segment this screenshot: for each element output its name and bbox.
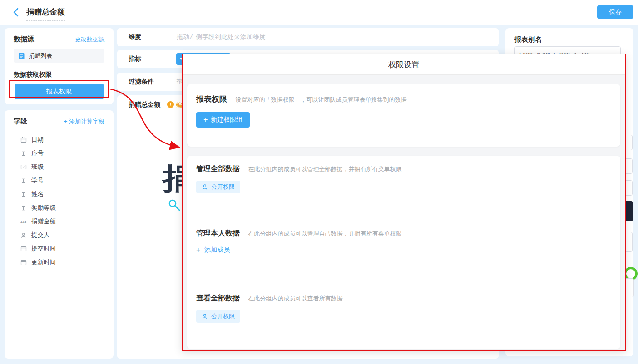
magnifier-icon[interactable] xyxy=(168,199,181,213)
fields-panel: 字段 + 添加计算字段 日期 序号 班级 学号 姓名 奖励等级 123 xyxy=(5,110,114,359)
calendar-icon xyxy=(20,259,27,266)
chart-title-label: 捐赠总金额 xyxy=(129,101,160,109)
text-icon xyxy=(20,178,27,184)
modal-title: 权限设置 xyxy=(183,54,625,75)
field-item-name[interactable]: 姓名 xyxy=(5,187,114,201)
datasource-title: 数据源 xyxy=(14,35,34,44)
plus-icon: + xyxy=(64,118,68,125)
section-description: 设置对应的「数据权限」，可以让团队成员管理表单搜集到的数据 xyxy=(235,96,406,103)
save-button[interactable]: 保存 xyxy=(597,5,633,19)
group-manage-all-data: 管理全部数据 在此分组内的成员可以管理全部数据，并拥有所有菜单权限 公开权限 xyxy=(187,156,620,220)
calendar-icon xyxy=(20,246,27,252)
calendar-icon xyxy=(20,137,27,143)
text-icon xyxy=(20,151,27,157)
change-datasource-link[interactable]: 更改数据源 xyxy=(75,35,104,44)
add-calc-field-link[interactable]: + 添加计算字段 xyxy=(64,118,104,126)
top-bar: 捐赠总金额 保存 xyxy=(0,0,638,25)
group-description: 在此分组内的成员可以查看所有数据 xyxy=(248,295,342,302)
person-icon xyxy=(20,232,27,238)
field-item-student-no[interactable]: 学号 xyxy=(5,174,114,187)
warning-icon: ! xyxy=(167,101,174,108)
field-label: 提交人 xyxy=(31,231,50,239)
section-title: 报表权限 xyxy=(196,95,227,103)
metric-label: 指标 xyxy=(129,55,141,63)
field-item-submitter[interactable]: 提交人 xyxy=(5,228,114,242)
field-label: 学号 xyxy=(31,177,44,185)
report-permission-button[interactable]: 报表权限 xyxy=(15,84,104,99)
document-icon xyxy=(18,53,25,59)
field-label: 姓名 xyxy=(31,190,44,198)
field-label: 序号 xyxy=(31,149,44,157)
report-alias-label: 报表别名 xyxy=(514,35,542,44)
field-item-update-time[interactable]: 更新时间 xyxy=(5,256,114,269)
field-label: 提交时间 xyxy=(31,245,56,253)
person-icon xyxy=(202,184,208,190)
field-item-date[interactable]: 日期 xyxy=(5,133,114,147)
datasource-item-label: 捐赠列表 xyxy=(29,52,52,60)
group-title: 管理本人数据 xyxy=(196,229,240,237)
permission-settings-modal: 权限设置 报表权限 设置对应的「数据权限」，可以让团队成员管理表单搜集到的数据 … xyxy=(182,54,626,351)
field-label: 捐赠金额 xyxy=(31,217,56,226)
datasource-item[interactable]: 捐赠列表 xyxy=(14,49,104,63)
group-manage-own-data: 管理本人数据 在此分组内的成员可以管理自己数据，并拥有所有菜单权限 + 添加成员 xyxy=(187,220,620,284)
group-title: 查看全部数据 xyxy=(196,294,240,302)
public-permission-badge[interactable]: 公开权限 xyxy=(196,181,240,193)
text-icon xyxy=(20,205,27,211)
group-view-all-data: 查看全部数据 在此分组内的成员可以查看所有数据 公开权限 xyxy=(187,285,620,349)
field-label: 班级 xyxy=(31,163,44,171)
datasource-panel: 数据源 更改数据源 捐赠列表 数据获取权限 报表权限 xyxy=(5,28,114,104)
field-label: 日期 xyxy=(31,136,44,144)
fields-title: 字段 xyxy=(14,117,27,126)
field-item-award-level[interactable]: 奖励等级 xyxy=(5,201,114,215)
back-icon[interactable] xyxy=(11,7,22,18)
data-permission-title: 数据获取权限 xyxy=(14,71,104,79)
text-icon xyxy=(20,192,27,197)
field-label: 奖励等级 xyxy=(31,204,56,212)
report-permission-section: 报表权限 设置对应的「数据权限」，可以让团队成员管理表单搜集到的数据 + 新建权… xyxy=(187,84,620,147)
dimension-dropzone[interactable]: 拖动左侧字段到此处来添加维度 xyxy=(177,33,266,41)
group-description: 在此分组内的成员可以管理全部数据，并拥有所有菜单权限 xyxy=(248,166,401,172)
field-item-class[interactable]: 班级 xyxy=(5,160,114,174)
field-item-serial[interactable]: 序号 xyxy=(5,147,114,160)
app-window: 捐赠总金额 保存 数据源 更改数据源 捐赠列表 数据获取权限 报表权限 字段 +… xyxy=(0,0,638,364)
field-item-submit-time[interactable]: 提交时间 xyxy=(5,242,114,256)
person-icon xyxy=(202,313,208,320)
filter-label: 过滤条件 xyxy=(129,78,154,86)
new-permission-group-button[interactable]: + 新建权限组 xyxy=(196,112,250,128)
select-icon xyxy=(20,164,27,170)
number-icon: 123 xyxy=(20,220,27,224)
permission-groups-card: 管理全部数据 在此分组内的成员可以管理全部数据，并拥有所有菜单权限 公开权限 管… xyxy=(187,156,620,349)
field-item-donation-amount[interactable]: 123 捐赠金额 xyxy=(5,215,114,228)
field-label: 更新时间 xyxy=(31,258,56,266)
dimension-label: 维度 xyxy=(129,33,141,41)
add-member-link[interactable]: + 添加成员 xyxy=(196,246,230,254)
public-permission-badge[interactable]: 公开权限 xyxy=(196,310,240,323)
plus-icon: + xyxy=(196,246,200,254)
group-description: 在此分组内的成员可以管理自己数据，并拥有所有菜单权限 xyxy=(248,230,401,237)
dimension-row: 维度 拖动左侧字段到此处来添加维度 xyxy=(117,28,499,46)
group-title: 管理全部数据 xyxy=(196,165,240,172)
page-title: 捐赠总金额 xyxy=(26,7,65,21)
plus-icon: + xyxy=(203,116,208,124)
